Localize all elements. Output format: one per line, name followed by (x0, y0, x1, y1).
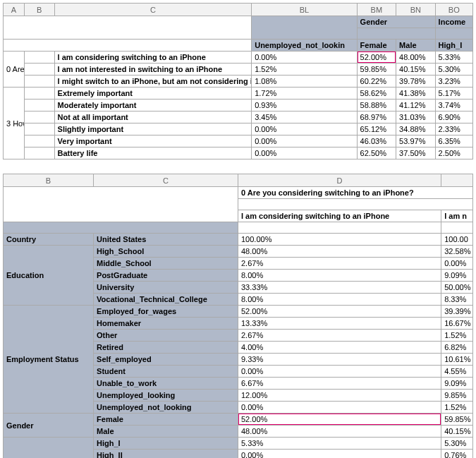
top-pivot-table[interactable]: A B C BL BM BN BO Gender Income Unemploy… (3, 3, 473, 159)
value-cell[interactable]: 39.39% (441, 306, 473, 318)
value-cell[interactable]: 4.55% (441, 366, 473, 378)
value-cell[interactable]: 16.67% (441, 318, 473, 330)
value-cell[interactable]: 34.88% (396, 123, 436, 135)
value-cell[interactable]: 8.33% (441, 294, 473, 306)
category-label[interactable]: High_School (94, 246, 238, 258)
value-cell[interactable]: 6.90% (435, 112, 472, 123)
value-cell[interactable]: 5.30% (435, 64, 472, 76)
value-cell[interactable]: 52.00% (238, 414, 441, 426)
row-group-label[interactable]: 0 Are (4, 52, 25, 88)
category-label[interactable]: PostGraduate (94, 270, 238, 282)
category-label[interactable]: Retired (94, 342, 238, 354)
category-label[interactable]: Unable_to_work (94, 378, 238, 390)
value-cell[interactable]: 0.00% (238, 402, 441, 414)
value-cell[interactable]: 62.50% (357, 147, 396, 159)
category-label[interactable]: Homemaker (94, 318, 238, 330)
group-label[interactable] (4, 438, 94, 459)
cell[interactable] (4, 40, 252, 52)
col-header-b[interactable]: B (4, 174, 94, 187)
question-header[interactable]: 0 Are you considering switching to an iP… (238, 187, 472, 199)
value-cell[interactable]: 31.03% (396, 112, 436, 123)
value-cell[interactable]: 33.33% (238, 282, 441, 294)
value-cell[interactable]: 0.00% (252, 123, 357, 135)
category-label[interactable]: Other (94, 330, 238, 342)
category-label[interactable]: Female (94, 414, 238, 426)
value-cell[interactable]: 65.12% (357, 123, 396, 135)
header-income-blank[interactable] (435, 28, 472, 40)
col-header-c[interactable]: C (54, 4, 252, 16)
row-group-label[interactable]: 3 How (4, 88, 25, 159)
value-cell[interactable]: 6.67% (238, 378, 441, 390)
cell[interactable] (24, 100, 54, 112)
cell[interactable] (24, 52, 54, 64)
value-cell[interactable]: 53.97% (396, 135, 436, 147)
value-cell[interactable]: 2.33% (435, 123, 472, 135)
value-cell[interactable]: 100.00 (441, 234, 473, 246)
value-cell[interactable]: 58.62% (357, 88, 396, 100)
col-header-c[interactable]: C (94, 174, 238, 187)
value-cell[interactable]: 8.00% (238, 294, 441, 306)
group-label[interactable]: Country (4, 234, 94, 246)
value-cell[interactable]: 59.85% (441, 414, 473, 426)
question-label[interactable]: Not at all important (54, 112, 252, 123)
value-cell[interactable]: 1.72% (252, 88, 357, 100)
value-cell[interactable]: 48.00% (238, 426, 441, 438)
value-cell[interactable]: 52.00% (357, 52, 396, 64)
value-cell[interactable]: 1.52% (441, 330, 473, 342)
header-gender-blank[interactable] (357, 28, 435, 40)
value-cell[interactable]: 32.58% (441, 246, 473, 258)
value-cell[interactable]: 2.67% (238, 330, 441, 342)
value-cell[interactable]: 10.61% (441, 354, 473, 366)
value-cell[interactable]: 9.09% (441, 378, 473, 390)
col-header-bl[interactable]: BL (252, 4, 357, 16)
value-cell[interactable]: 59.85% (357, 64, 396, 76)
value-cell[interactable]: 4.00% (238, 342, 441, 354)
header-income[interactable]: Income (435, 16, 472, 28)
cell[interactable] (24, 135, 54, 147)
cell[interactable] (4, 16, 252, 40)
value-cell[interactable]: 5.30% (441, 438, 473, 450)
category-label[interactable]: Employed_for_wages (94, 306, 238, 318)
header-unemployed[interactable]: Unemployed_not_lookin (252, 40, 357, 52)
value-cell[interactable]: 0.00% (238, 450, 441, 459)
value-cell[interactable]: 0.00% (441, 258, 473, 270)
category-label[interactable]: Vocational_Technical_College (94, 294, 238, 306)
category-label[interactable]: Student (94, 366, 238, 378)
category-label[interactable]: Male (94, 426, 238, 438)
value-cell[interactable]: 9.85% (441, 390, 473, 402)
value-cell[interactable]: 0.00% (252, 147, 357, 159)
value-cell[interactable]: 40.15% (396, 64, 436, 76)
question-label[interactable]: Slightly important (54, 123, 252, 135)
header-gender[interactable]: Gender (357, 16, 435, 28)
category-label[interactable]: Unemployed_looking (94, 390, 238, 402)
value-cell[interactable]: 3.74% (435, 100, 472, 112)
category-label[interactable]: Self_employed (94, 354, 238, 366)
value-cell[interactable]: 9.09% (441, 270, 473, 282)
cell[interactable] (24, 123, 54, 135)
cell[interactable] (4, 222, 238, 234)
value-cell[interactable]: 5.33% (238, 438, 441, 450)
cell[interactable] (24, 76, 54, 88)
value-cell[interactable]: 48.00% (396, 52, 436, 64)
category-label[interactable]: Unemployed_not_looking (94, 402, 238, 414)
value-cell[interactable]: 2.50% (435, 147, 472, 159)
col-header-d[interactable]: D (238, 174, 441, 187)
category-label[interactable]: University (94, 282, 238, 294)
header-female[interactable]: Female (357, 40, 396, 52)
value-cell[interactable]: 5.17% (435, 88, 472, 100)
header-high-i[interactable]: High_I (435, 40, 472, 52)
question-label[interactable]: I might switch to an iPhone, but am not … (54, 76, 252, 88)
value-cell[interactable]: 50.00% (441, 282, 473, 294)
value-cell[interactable]: 0.00% (252, 52, 357, 64)
value-cell[interactable]: 2.67% (238, 258, 441, 270)
value-cell[interactable]: 1.52% (252, 64, 357, 76)
value-cell[interactable]: 8.00% (238, 270, 441, 282)
cell[interactable] (238, 222, 441, 234)
answer-header-2[interactable]: I am n (441, 210, 473, 222)
value-cell[interactable]: 0.93% (252, 100, 357, 112)
value-cell[interactable]: 68.97% (357, 112, 396, 123)
question-label[interactable]: I am considering switching to an iPhone (54, 52, 252, 64)
col-header-bm[interactable]: BM (357, 4, 396, 16)
group-label[interactable]: Gender (4, 414, 94, 438)
category-label[interactable]: High_I (94, 438, 238, 450)
